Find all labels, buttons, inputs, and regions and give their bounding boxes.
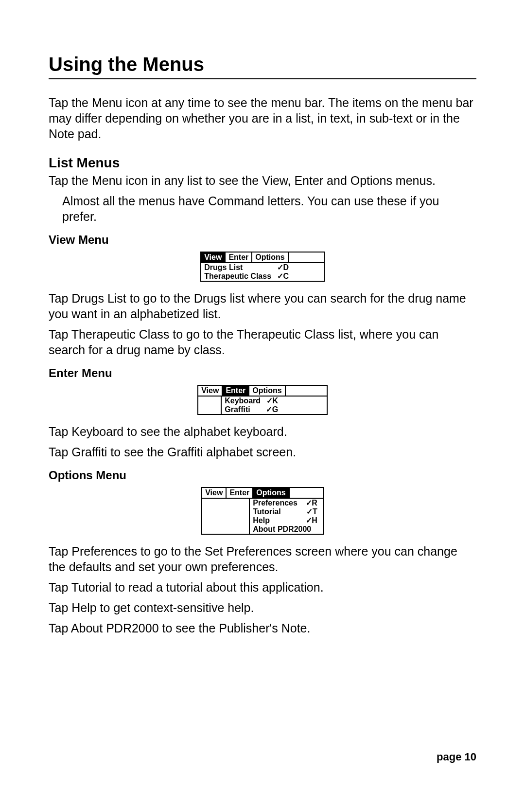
menu-item-preferences[interactable]: Preferences✓R — [250, 499, 320, 507]
page-title: Using the Menus — [49, 54, 476, 75]
options-menu-para3: Tap Help to get context-sensitive help. — [49, 600, 476, 615]
palm-menu-view: ViewEnterOptionsDrugs List✓DTherapeutic … — [200, 252, 325, 282]
options-menu-para1: Tap Preferences to go to the Set Prefere… — [49, 543, 476, 575]
view-menu-figure: ViewEnterOptionsDrugs List✓DTherapeutic … — [49, 252, 476, 282]
title-rule — [49, 78, 476, 79]
list-menus-line1: Tap the Menu icon in any list to see the… — [49, 173, 476, 188]
list-menus-heading: List Menus — [49, 155, 476, 171]
menu-tab-view[interactable]: View — [202, 488, 227, 498]
menu-item-shortcut: ✓T — [306, 508, 317, 516]
menu-tab-view[interactable]: View — [201, 253, 226, 262]
menu-left-pad — [202, 499, 250, 534]
page-number: page 10 — [437, 751, 476, 763]
menu-tab-options[interactable]: Options — [253, 488, 289, 498]
menu-item-shortcut: ✓R — [306, 499, 317, 507]
menu-tab-enter[interactable]: Enter — [227, 488, 253, 498]
menu-left-pad — [198, 397, 222, 414]
menu-item-shortcut: ✓G — [266, 406, 278, 414]
menu-item-shortcut: ✓D — [277, 264, 289, 271]
menu-item-graffiti[interactable]: Graffiti✓G — [222, 405, 280, 414]
menu-item-label: Help — [253, 517, 270, 524]
options-menu-heading: Options Menu — [49, 469, 476, 482]
options-menu-figure: ViewEnterOptionsPreferences✓RTutorial✓TH… — [49, 487, 476, 535]
menu-item-label: Keyboard — [225, 397, 261, 405]
menu-item-shortcut: ✓C — [277, 272, 289, 280]
menu-tab-spacer — [290, 488, 323, 498]
view-menu-para1: Tap Drugs List to go to the Drugs list w… — [49, 290, 476, 322]
enter-menu-figure: ViewEnterOptionsKeyboard✓KGraffiti✓G — [49, 385, 476, 415]
menu-tab-options[interactable]: Options — [252, 253, 288, 262]
menu-tab-spacer — [289, 253, 324, 262]
menu-item-shortcut: ✓K — [266, 397, 278, 405]
menu-item-label: About PDR2000 — [253, 525, 311, 533]
menu-item-therapeutic-class[interactable]: Therapeutic Class✓C — [201, 272, 291, 281]
menu-item-about-pdr2000[interactable]: About PDR2000 — [250, 525, 320, 534]
enter-menu-para1: Tap Keyboard to see the alphabet keyboar… — [49, 424, 476, 439]
intro-paragraph: Tap the Menu icon at any time to see the… — [49, 95, 476, 142]
menu-tab-enter[interactable]: Enter — [226, 253, 252, 262]
menu-item-label: Preferences — [253, 499, 298, 507]
list-menus-note: Almost all the menus have Command letter… — [62, 193, 476, 224]
menu-item-keyboard[interactable]: Keyboard✓K — [222, 397, 280, 405]
menu-item-drugs-list[interactable]: Drugs List✓D — [201, 263, 291, 272]
menu-tab-enter[interactable]: Enter — [223, 386, 249, 396]
menu-item-label: Therapeutic Class — [204, 272, 271, 280]
menu-item-label: Tutorial — [253, 508, 280, 516]
menu-item-label: Graffiti — [225, 406, 250, 414]
options-menu-para4: Tap About PDR2000 to see the Publisher's… — [49, 620, 476, 636]
view-menu-heading: View Menu — [49, 233, 476, 247]
menu-item-tutorial[interactable]: Tutorial✓T — [250, 507, 320, 516]
options-menu-para2: Tap Tutorial to read a tutorial about th… — [49, 579, 476, 595]
view-menu-para2: Tap Therapeutic Class to go to the Thera… — [49, 326, 476, 358]
enter-menu-heading: Enter Menu — [49, 366, 476, 380]
menu-tab-spacer — [286, 386, 327, 396]
menu-item-shortcut: ✓H — [306, 517, 317, 524]
menu-item-label: Drugs List — [204, 264, 243, 271]
menu-tab-view[interactable]: View — [198, 386, 223, 396]
palm-menu-options: ViewEnterOptionsPreferences✓RTutorial✓TH… — [201, 487, 324, 535]
page: Using the Menus Tap the Menu icon at any… — [0, 0, 525, 812]
enter-menu-para2: Tap Graffiti to see the Graffiti alphabe… — [49, 444, 476, 460]
menu-tab-options[interactable]: Options — [249, 386, 285, 396]
palm-menu-enter: ViewEnterOptionsKeyboard✓KGraffiti✓G — [197, 385, 328, 415]
menu-item-help[interactable]: Help✓H — [250, 516, 320, 525]
